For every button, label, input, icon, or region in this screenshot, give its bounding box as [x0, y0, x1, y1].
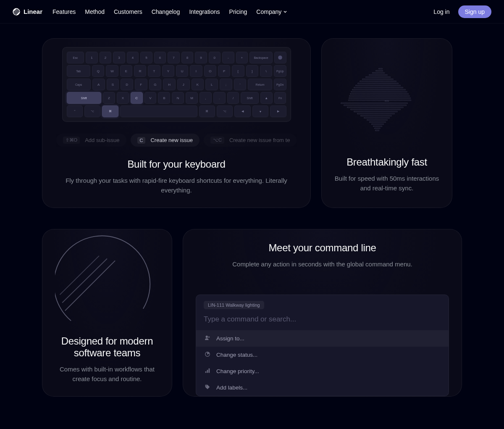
- keyboard-key: ⌥: [217, 105, 233, 117]
- keyboard-key: T: [148, 65, 160, 77]
- keyboard-key: ⌘: [199, 105, 215, 117]
- main-header: Linear Features Method Customers Changel…: [0, 0, 504, 24]
- svg-rect-6: [209, 368, 210, 373]
- card-command-desc: Complete any action in seconds with the …: [196, 260, 449, 269]
- shortcut-chip: CCreate new issue: [131, 134, 200, 147]
- keyboard-key: ,: [200, 92, 212, 104]
- keyboard-key: ◀: [234, 105, 250, 117]
- keyboard-illustration: Esc1234567890-+Backspace TabQWERTYUIOP[]…: [62, 47, 291, 122]
- keyboard-key: [120, 105, 197, 117]
- card-teams: Designed for modern software teams Comes…: [42, 229, 172, 397]
- brand-name: Linear: [24, 8, 42, 15]
- nav-features[interactable]: Features: [52, 8, 76, 15]
- card-keyboard-title: Built for your keyboard: [55, 158, 298, 170]
- keyboard-key: F: [135, 79, 147, 90]
- keyboard-key: G: [149, 79, 162, 90]
- keyboard-key: 9: [195, 52, 207, 63]
- linear-logo-icon: [13, 8, 20, 16]
- keyboard-key: Caps: [67, 79, 91, 90]
- keyboard-key: V: [144, 92, 157, 104]
- keyboard-key: M: [186, 92, 198, 104]
- keyboard-key: N: [172, 92, 184, 104]
- keyboard-key: ⌥: [84, 105, 100, 117]
- keyboard-key: A: [92, 79, 105, 90]
- keyboard-key: 2: [100, 52, 111, 63]
- keyboard-key: Tab: [67, 65, 91, 77]
- labels-icon: [205, 384, 210, 391]
- nav-company[interactable]: Company: [256, 8, 287, 15]
- keyboard-key: R: [134, 65, 146, 77]
- chevron-down-icon: [283, 10, 287, 14]
- shortcut-key: ⇧⌘O: [63, 137, 80, 144]
- nav-pricing[interactable]: Pricing: [229, 8, 247, 15]
- keyboard-key: ▲: [260, 92, 273, 104]
- keyboard-key: ⌃: [67, 105, 83, 117]
- signup-button[interactable]: Sign up: [458, 5, 491, 18]
- keyboard-key: PgUp: [274, 65, 286, 77]
- shortcut-chips: ⇧⌘OAdd sub-issueCCreate new issue⌥CCreat…: [55, 134, 298, 147]
- keyboard-key: O: [204, 65, 216, 77]
- keyboard-key: S: [107, 79, 119, 90]
- card-keyboard-desc: Fly through your tasks with rapid-fire k…: [55, 176, 298, 195]
- nav-integrations[interactable]: Integrations: [189, 8, 220, 15]
- keyboard-key: Esc: [67, 52, 84, 63]
- keyboard-key: Shift: [241, 92, 258, 104]
- shortcut-key: ⌥C: [210, 137, 224, 144]
- keyboard-key: Backspace: [249, 52, 273, 63]
- command-menu-item[interactable]: Change priority...: [196, 363, 449, 379]
- keyboard-key: 7: [168, 52, 179, 63]
- card-fast: Breathtakingly fast Built for speed with…: [321, 38, 452, 208]
- keyboard-key: Fn: [274, 92, 286, 104]
- shortcut-label: Create new issue from te: [229, 137, 290, 143]
- keyboard-key: 1: [86, 52, 97, 63]
- keyboard-key: Q: [92, 65, 104, 77]
- login-link[interactable]: Log in: [433, 8, 449, 15]
- shortcut-label: Add sub-issue: [85, 137, 119, 143]
- svg-rect-4: [205, 371, 207, 373]
- command-menu-item[interactable]: Assign to...: [196, 330, 449, 347]
- keyboard-key: Y: [162, 65, 174, 77]
- svg-rect-5: [207, 370, 208, 373]
- keyboard-key: 4: [127, 52, 139, 63]
- command-input[interactable]: [196, 309, 449, 330]
- keyboard-key: U: [176, 65, 188, 77]
- keyboard-key: X: [117, 92, 129, 104]
- keyboard-key: ;: [220, 79, 232, 90]
- card-teams-title: Designed for modern software teams: [55, 335, 159, 359]
- command-menu-item[interactable]: Add labels...: [196, 379, 449, 396]
- keyboard-key: 3: [113, 52, 125, 63]
- keyboard-key: Return: [248, 79, 272, 90]
- keyboard-key: K: [192, 79, 204, 90]
- keyboard-key: 8: [181, 52, 193, 63]
- shortcut-chip: ⇧⌘OAdd sub-issue: [56, 134, 126, 147]
- keyboard-key: ': [234, 79, 247, 90]
- lightning-bolt-illustration: [334, 51, 439, 148]
- keyboard-key: I: [190, 65, 202, 77]
- command-item-label: Add labels...: [216, 384, 247, 391]
- keyboard-key: 0: [209, 52, 220, 63]
- status-icon: [205, 351, 210, 358]
- keyboard-key: \: [260, 65, 272, 77]
- keyboard-key: W: [106, 65, 118, 77]
- keyboard-key: -: [222, 52, 234, 63]
- assign-icon: [205, 335, 210, 342]
- keyboard-key: 5: [140, 52, 152, 63]
- keyboard-key: ▶: [270, 105, 286, 117]
- nav-changelog[interactable]: Changelog: [152, 8, 180, 15]
- keyboard-key: P: [218, 65, 230, 77]
- abstract-circle-illustration: [55, 234, 159, 327]
- keyboard-key: L: [205, 79, 218, 90]
- keyboard-key: [: [232, 65, 244, 77]
- nav-method[interactable]: Method: [85, 8, 105, 15]
- brand-logo[interactable]: Linear: [13, 8, 42, 16]
- svg-point-2: [206, 336, 208, 338]
- nav-company-label: Company: [256, 8, 281, 15]
- keyboard-key: B: [158, 92, 170, 104]
- nav-customers[interactable]: Customers: [114, 8, 142, 15]
- command-context-tag: LIN-111 Walkway lighting: [204, 301, 264, 309]
- keyboard-key: +: [236, 52, 248, 63]
- command-menu: LIN-111 Walkway lighting Assign to...Cha…: [196, 295, 449, 396]
- keyboard-key: PgDn: [274, 79, 286, 90]
- command-menu-item[interactable]: Change status...: [196, 347, 449, 363]
- shortcut-chip: ⌥CCreate new issue from te: [204, 134, 297, 147]
